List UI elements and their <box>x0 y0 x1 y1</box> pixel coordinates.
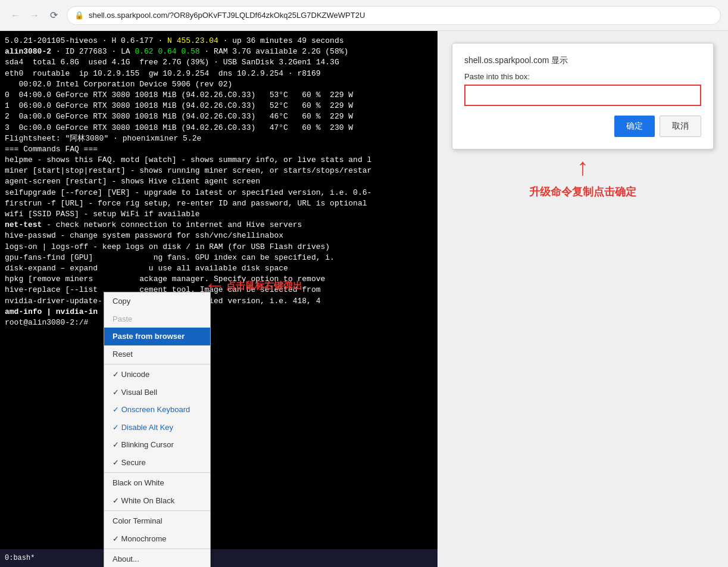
menu-item-copy[interactable]: Copy <box>104 292 210 310</box>
terminal-line: gpu-fans-find [GPU] ng fans. GPU index c… <box>5 253 433 263</box>
menu-item-black-on-white[interactable]: Black on White <box>104 474 210 492</box>
separator-separator2 <box>104 472 210 473</box>
address-bar[interactable]: 🔒 shell.os.sparkpool.com/?OR8y6pOKvFTJ9L… <box>67 6 721 25</box>
terminal-line: 2 0a:00.0 GeForce RTX 3080 10018 MiB (94… <box>5 111 433 122</box>
lock-icon: 🔒 <box>74 11 84 20</box>
menu-item-color-terminal[interactable]: Color Terminal <box>104 512 210 530</box>
terminal-line: 0 04:00.0 GeForce RTX 3080 10018 MiB (94… <box>5 90 433 101</box>
terminal-line: === Commands FAQ === <box>5 144 433 155</box>
url-text: shell.os.sparkpool.com/?OR8y6pOKvFTJ9LQL… <box>89 11 365 20</box>
menu-item-secure[interactable]: ✓ Secure <box>104 454 210 472</box>
terminal-line: amd-info | nvidia-in rmation <box>5 307 433 317</box>
forward-button[interactable]: → <box>26 7 43 24</box>
cancel-button[interactable]: 取消 <box>660 116 701 137</box>
menu-item-about[interactable]: About... <box>104 550 210 567</box>
browser-chrome: ← → ⟳ 🔒 shell.os.sparkpool.com/?OR8y6pOK… <box>0 0 728 31</box>
terminal-line: helpme - shows this FAQ. motd [watch] - … <box>5 155 433 166</box>
menu-item-paste[interactable]: Paste <box>104 310 210 328</box>
terminal-line: eth0 routable ip 10.2.9.155 gw 10.2.9.25… <box>5 68 433 79</box>
dialog-buttons: 确定 取消 <box>464 116 701 137</box>
dialog-label: Paste into this box: <box>464 72 701 81</box>
terminal-line: hive-passwd - change system password for… <box>5 230 433 241</box>
status-text: 0:bash* <box>5 554 35 562</box>
confirm-button[interactable]: 确定 <box>614 116 655 137</box>
menu-item-onscreen-keyboard[interactable]: ✓ Onscreen Keyboard <box>104 401 210 419</box>
dialog-annotation: 升级命令复制点击确定 <box>529 185 636 199</box>
terminal-line: wifi [SSID PASS] - setup WiFi if availab… <box>5 209 433 220</box>
menu-item-visual-bell[interactable]: ✓ Visual Bell <box>104 384 210 401</box>
terminal-line: net-test - check network connection to i… <box>5 220 433 230</box>
separator-separator1 <box>104 364 210 364</box>
left-annotation-text: 点击鼠标右键弹出 <box>226 280 302 292</box>
terminal-line: alin3080-2 · ID 277683 · LA 0.62 0.64 0.… <box>5 46 433 57</box>
dialog-box: shell.os.sparkpool.com 显示 Paste into thi… <box>452 43 714 149</box>
terminal-line: sda4 total 6.8G used 4.1G free 2.7G (39%… <box>5 57 433 68</box>
menu-item-monochrome[interactable]: ✓ Monochrome <box>104 530 210 548</box>
terminal-line: root@alin3080-2:/# <box>5 317 433 328</box>
menu-item-white-on-black[interactable]: ✓ White On Black <box>104 492 210 510</box>
nav-buttons: ← → ⟳ <box>7 7 62 24</box>
menu-item-paste-from-browser[interactable]: Paste from browser <box>104 328 210 345</box>
terminal-line: 1 06:00.0 GeForce RTX 3080 10018 MiB (94… <box>5 101 433 111</box>
terminal-line: 00:02.0 Intel Corporation Device 5906 (r… <box>5 79 433 90</box>
menu-item-unicode[interactable]: ✓ Unicode <box>104 366 210 384</box>
terminal-line: agent-screen [restart] - shows Hive clie… <box>5 176 433 187</box>
right-panel: shell.os.sparkpool.com 显示 Paste into thi… <box>438 31 728 567</box>
terminal-line: disk-expand – expand u use all available… <box>5 263 433 274</box>
left-annotation: ← 点击鼠标右键弹出 <box>208 274 302 298</box>
terminal-line: selfupgrade [--force] [VER] - upgrade to… <box>5 188 433 198</box>
terminal-line: 5.0.21-201105-hiveos · H 0.6-177 · N 455… <box>5 36 433 46</box>
paste-input[interactable] <box>464 85 701 106</box>
dialog-title: shell.os.sparkpool.com 显示 <box>464 55 701 66</box>
terminal-line: Flightsheet: "阿林3080" · phoenixminer 5.2… <box>5 133 433 144</box>
terminal-line: miner [start|stop|restart] - shows runni… <box>5 166 433 176</box>
context-menu: Copy PastePaste from browser Reset✓ Unic… <box>104 292 211 567</box>
status-bar: 0:bash* <box>0 549 438 567</box>
menu-item-blinking-cursor[interactable]: ✓ Blinking Cursor <box>104 436 210 454</box>
separator-separator3 <box>104 510 210 511</box>
menu-item-reset[interactable]: Reset <box>104 345 210 363</box>
up-arrow-icon: ↑ <box>576 155 590 182</box>
separator-separator4 <box>104 549 210 549</box>
terminal-line: firstrun -f [URL] - force rig setup, re-… <box>5 198 433 209</box>
back-button[interactable]: ← <box>7 7 24 24</box>
terminal-line: 3 0c:00.0 GeForce RTX 3080 10018 MiB (94… <box>5 123 433 133</box>
menu-item-disable-alt-key[interactable]: ✓ Disable Alt Key <box>104 419 210 437</box>
reload-button[interactable]: ⟳ <box>45 7 62 24</box>
terminal-line: logs-on | logs-off - keep logs on disk /… <box>5 242 433 253</box>
